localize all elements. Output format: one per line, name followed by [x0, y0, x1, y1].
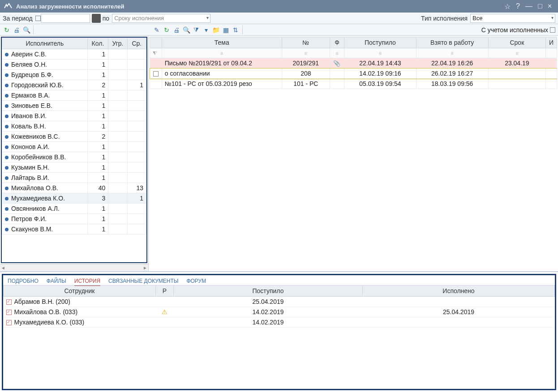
filter-icon[interactable]: ⧩	[192, 26, 200, 34]
attachment-icon[interactable]: 📎	[333, 60, 340, 67]
table-row[interactable]: Мухамедиева К.О. (033)14.02.2019	[4, 317, 555, 328]
type-combo[interactable]: Все	[470, 14, 555, 23]
funnel-icon[interactable]: ⧨	[153, 50, 157, 55]
status-dot-icon	[5, 145, 9, 149]
col-r[interactable]: Р	[156, 285, 174, 297]
calendar-icon[interactable]	[92, 14, 101, 23]
scrollbar-h[interactable]: ◄►	[0, 264, 148, 271]
col-theme[interactable]: Тема	[162, 37, 282, 48]
table-row[interactable]: Зиновьев Е.В.1	[2, 101, 146, 111]
col-taken[interactable]: Взято в работу	[416, 37, 488, 48]
table-row[interactable]: Коробейников В.В.1	[2, 152, 146, 162]
print2-icon[interactable]: 🖨	[172, 26, 180, 34]
status-dot-icon	[5, 94, 9, 98]
tab-файлы[interactable]: ФАЙЛЫ	[47, 278, 66, 284]
table-row[interactable]: Ермаков В.А.1	[2, 90, 146, 101]
status-dot-icon	[5, 73, 9, 77]
status-dot-icon	[5, 187, 9, 190]
status-dot-icon	[5, 156, 9, 159]
dropdown-icon[interactable]: ▾	[202, 26, 210, 34]
table-row[interactable]: Петров Ф.И.1	[2, 214, 146, 224]
status-dot-icon	[5, 176, 9, 180]
table-row[interactable]: Овсянников А.Л.1	[2, 204, 146, 214]
table-row[interactable]: Лайтарь В.И.1	[2, 173, 146, 183]
tab-подробно[interactable]: ПОДРОБНО	[8, 278, 39, 284]
period-label: За период	[3, 15, 33, 22]
status-dot-icon	[5, 207, 9, 211]
app-logo-icon	[4, 2, 13, 11]
title-bar: Анализ загруженности исполнителей ☆ ? — …	[0, 0, 558, 13]
divider	[242, 26, 243, 34]
col-hreceived[interactable]: Поступило	[174, 285, 363, 297]
table-row[interactable]: Кузьмин Б.Н.1	[2, 162, 146, 173]
table-row[interactable]: Абрамов В.Н. (200)25.04.2019	[4, 297, 555, 307]
period-checkbox[interactable]	[35, 16, 41, 21]
edit-icon[interactable]: ✎	[153, 26, 161, 34]
check-icon	[6, 320, 12, 325]
status-dot-icon	[5, 63, 9, 67]
search2-icon[interactable]: 🔍	[182, 26, 190, 34]
search-icon[interactable]: 🔍	[22, 26, 30, 34]
tab-форум[interactable]: ФОРУМ	[186, 278, 206, 284]
status-dot-icon	[5, 115, 9, 118]
period-from-input[interactable]	[41, 14, 90, 23]
col-due[interactable]: Срок	[488, 37, 546, 48]
refresh-icon[interactable]: ↻	[3, 26, 11, 34]
col-name[interactable]: Исполнитель	[2, 38, 88, 49]
folder-icon[interactable]: 📁	[212, 26, 220, 34]
deadline-combo[interactable]: Сроку исполнения	[112, 14, 210, 23]
table-row[interactable]: Аверин С.В.1	[2, 49, 146, 60]
performers-table: Исполнитель Кол. Угр. Ср. Аверин С.В.1Бе…	[2, 38, 146, 234]
col-i[interactable]: И	[546, 37, 557, 48]
status-dot-icon	[5, 84, 9, 87]
filter-row[interactable]: ⧨ ≡≡≡≡≡≡	[150, 48, 557, 58]
help-icon[interactable]: ?	[513, 2, 523, 10]
table-row[interactable]: Беляев О.Н.1	[2, 60, 146, 70]
table-row[interactable]: Будрецов Б.Ф.1	[2, 70, 146, 80]
maximize-icon[interactable]: □	[535, 2, 545, 10]
history-table: Сотрудник Р Поступило Исполнено Абрамов …	[3, 285, 555, 328]
col-received[interactable]: Поступило	[344, 37, 416, 48]
tab-связанные документы[interactable]: СВЯЗАННЫЕ ДОКУМЕНТЫ	[108, 278, 178, 284]
table-row[interactable]: Михайлова О.В. (033)⚠14.02.201925.04.201…	[4, 307, 555, 317]
table-row[interactable]: Михайлова О.В.4013	[2, 183, 146, 193]
divider	[33, 26, 34, 34]
table-row[interactable]: Коваль В.Н.1	[2, 121, 146, 132]
check-icon	[6, 299, 12, 305]
table-row[interactable]: Мухамедиева К.О.31	[2, 193, 146, 204]
star-icon[interactable]: ☆	[502, 2, 513, 11]
tab-история[interactable]: ИСТОРИЯ	[74, 278, 100, 284]
close-icon[interactable]: ×	[545, 2, 554, 10]
upper-panes: Исполнитель Кол. Угр. Ср. Аверин С.В.1Бе…	[0, 36, 558, 272]
refresh2-icon[interactable]: ↻	[163, 26, 171, 34]
col-sr[interactable]: Ср.	[127, 38, 146, 49]
with-completed-label: С учетом исполненных	[481, 26, 548, 34]
table-row[interactable]: Кононов А.И.1	[2, 142, 146, 152]
col-f[interactable]: Ф	[330, 37, 344, 48]
type-label: Тип исполнения	[421, 15, 468, 22]
print-icon[interactable]: 🖨	[13, 26, 21, 34]
status-dot-icon	[5, 125, 9, 128]
table-row[interactable]: Иванов В.И.1	[2, 111, 146, 121]
with-completed-checkbox[interactable]	[550, 27, 555, 33]
table-row[interactable]: Скакунов В.М.1	[2, 224, 146, 234]
sort-icon[interactable]: ⇅	[232, 26, 240, 34]
table-row[interactable]: Кожевников В.С.2	[2, 132, 146, 142]
warning-icon: ⚠	[162, 308, 167, 315]
table-row[interactable]: Письмо №2019/291 от 09.04.22019/291📎22.0…	[150, 58, 557, 68]
table-row[interactable]: о согласовании20814.02.19 09:1626.02.19 …	[150, 68, 557, 79]
col-done[interactable]: Исполнено	[362, 285, 554, 297]
table-row[interactable]: Городовский Ю.Б.21	[2, 80, 146, 90]
row-checkbox[interactable]	[153, 71, 159, 77]
minimize-icon[interactable]: —	[523, 2, 535, 10]
col-cnt[interactable]: Кол.	[87, 38, 108, 49]
col-emp[interactable]: Сотрудник	[4, 285, 156, 297]
main-area: Исполнитель Кол. Угр. Ср. Аверин С.В.1Бе…	[0, 36, 558, 392]
status-dot-icon	[5, 135, 9, 139]
left-pane: Исполнитель Кол. Угр. Ср. Аверин С.В.1Бе…	[0, 36, 149, 271]
col-no[interactable]: №	[282, 37, 330, 48]
col-ugr[interactable]: Угр.	[108, 38, 127, 49]
table-row[interactable]: №101 - РС от 05.03.2019 резо101 - РС05.0…	[150, 79, 557, 89]
po-label: по	[103, 15, 109, 22]
grid-icon[interactable]: ▦	[222, 26, 230, 34]
